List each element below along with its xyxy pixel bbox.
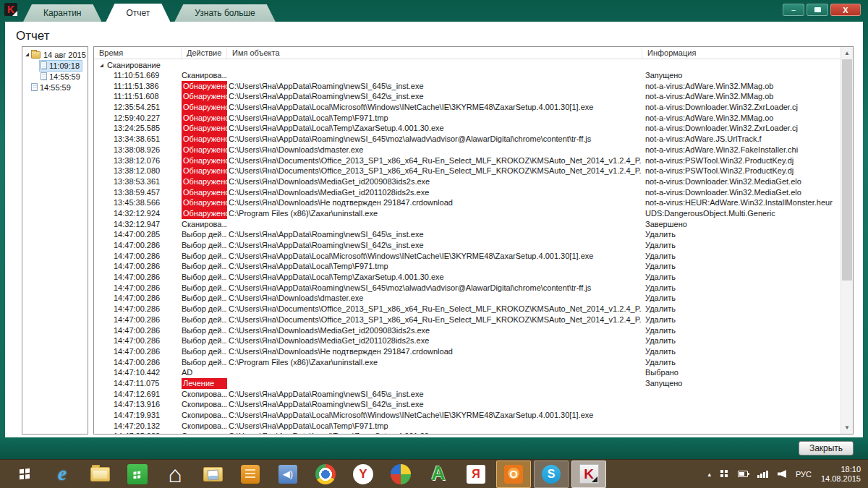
table-row[interactable]: 11:11:51.608 Обнаружено C:\Users\Яна\App… xyxy=(94,91,841,102)
language-indicator[interactable]: РУС xyxy=(796,470,812,479)
alawar-icon[interactable]: A xyxy=(421,461,456,488)
scroll-down-icon[interactable]: ▼ xyxy=(841,421,853,434)
table-row[interactable]: 14:32:12.947 Сканирова... Завершено xyxy=(94,219,841,230)
hidden-icons-arrow-icon[interactable]: ▴ xyxy=(707,471,711,478)
table-row[interactable]: 14:47:12.691 Скопирова... C:\Users\Яна\A… xyxy=(94,389,841,400)
row-info: Запущено xyxy=(642,70,841,81)
table-row[interactable]: 14:47:00.286 Выбор дей... C:\Users\Яна\A… xyxy=(94,240,841,251)
origin-icon[interactable]: O xyxy=(496,461,531,488)
action-center-icon[interactable] xyxy=(720,470,728,478)
table-row[interactable]: 14:47:00.286 Выбор дей... C:\Users\Яна\D… xyxy=(94,346,841,357)
store-icon[interactable] xyxy=(120,461,155,488)
tree-root-item[interactable]: 14 авг 2015 xyxy=(22,49,88,60)
table-row[interactable]: 14:47:13.916 Скопирова... C:\Users\Яна\A… xyxy=(94,399,841,410)
table-row[interactable]: 13:34:38.651 Обнаружено C:\Users\Яна\App… xyxy=(94,134,841,145)
column-header-object[interactable]: Имя объекта xyxy=(227,47,642,59)
scrollbar-thumb[interactable] xyxy=(842,59,852,281)
row-object-path: C:\Users\Яна\Downloads\dmaster.exe xyxy=(227,293,642,304)
document-icon xyxy=(41,61,47,69)
table-row[interactable]: 12:59:40.227 Обнаружено C:\Users\Яна\App… xyxy=(94,113,841,124)
network-signal-icon[interactable] xyxy=(757,470,768,478)
row-info: not-a-virus:AdWare.Win32.MMag.oo xyxy=(642,113,841,124)
table-row[interactable]: 14:47:00.286 Выбор дей... C:\Users\Яна\D… xyxy=(94,335,841,346)
sound-icon[interactable]: ◀) xyxy=(271,461,305,488)
start-icon[interactable] xyxy=(7,461,42,488)
volume-icon[interactable] xyxy=(778,470,786,478)
ball-icon[interactable] xyxy=(383,461,418,488)
notes-icon[interactable] xyxy=(233,461,268,488)
clock[interactable]: 18:10 14.08.2015 xyxy=(821,465,861,484)
tab-report[interactable]: Отчет xyxy=(106,4,170,22)
table-row[interactable]: 14:47:00.286 Выбор дей... C:\Users\Яна\D… xyxy=(94,325,841,336)
table-row[interactable]: 14:47:00.286 Выбор дей... C:\Users\Яна\D… xyxy=(94,314,841,325)
vertical-scrollbar[interactable]: ▲ ▼ xyxy=(841,47,853,434)
row-info: Удалить xyxy=(642,346,841,357)
pictures-icon[interactable] xyxy=(195,461,230,488)
tab-learn-more[interactable]: Узнать больше xyxy=(174,4,275,22)
tree-child-item[interactable]: 14:55:59 xyxy=(22,71,88,82)
skype-icon[interactable]: S xyxy=(534,461,569,488)
scroll-up-icon[interactable]: ▲ xyxy=(841,47,853,59)
table-row[interactable]: 11:11:51.386 Обнаружено C:\Users\Яна\App… xyxy=(94,81,841,92)
row-object-path: C:\Users\Яна\AppData\Local\Temp\F971.tmp xyxy=(227,113,642,124)
table-row[interactable]: 13:38:12.080 Обнаружено C:\Users\Яна\Doc… xyxy=(94,166,841,176)
table-row[interactable]: 14:47:00.285 Выбор дей... C:\Users\Яна\A… xyxy=(94,229,841,240)
table-row[interactable]: 13:24:25.585 Обнаружено C:\Users\Яна\App… xyxy=(94,123,841,134)
table-row[interactable]: 14:47:19.931 Скопирова... C:\Users\Яна\A… xyxy=(94,410,841,421)
row-time: 14:47:00.286 xyxy=(94,314,182,325)
close-window-button[interactable]: X xyxy=(830,4,861,16)
row-info: Удалить xyxy=(642,229,841,240)
column-header-time[interactable]: Время xyxy=(94,47,182,59)
group-row-scanning[interactable]: Сканирование xyxy=(94,60,841,70)
close-report-button[interactable]: Закрыть xyxy=(799,441,854,455)
maximize-icon xyxy=(814,7,821,12)
group-expander-icon[interactable] xyxy=(100,64,103,67)
row-object-path: C:\Users\Яна\Downloads\MediaGet_id201102… xyxy=(227,187,642,198)
row-object-path xyxy=(227,70,642,81)
column-header-action[interactable]: Действие xyxy=(182,47,227,59)
ya-icon[interactable]: Я xyxy=(459,461,493,488)
yandex-icon[interactable]: Y xyxy=(346,461,380,488)
table-row[interactable]: 13:38:59.457 Обнаружено C:\Users\Яна\Dow… xyxy=(94,187,841,198)
table-row[interactable]: 14:47:00.286 Выбор дей... C:\Users\Яна\D… xyxy=(94,304,841,314)
report-table: Время Действие Имя объекта Информация Ск… xyxy=(93,46,854,435)
ie-icon[interactable]: e xyxy=(45,461,80,488)
expander-icon[interactable] xyxy=(25,53,29,56)
explorer-icon[interactable] xyxy=(82,461,117,488)
table-row[interactable]: 14:47:00.286 Выбор дей... C:\Users\Яна\D… xyxy=(94,293,841,304)
table-row[interactable]: 13:45:38.566 Обнаружено C:\Users\Яна\Dow… xyxy=(94,197,841,208)
table-row[interactable]: 14:47:00.286 Выбор дей... C:\Users\Яна\A… xyxy=(94,272,841,283)
power-icon[interactable] xyxy=(738,471,748,477)
column-header-info[interactable]: Информация xyxy=(642,47,841,59)
table-row[interactable]: 14:47:25.988 Скопирова... C:\Users\Яна\A… xyxy=(94,431,841,434)
table-row[interactable]: 14:47:20.132 Скопирова... C:\Users\Яна\A… xyxy=(94,421,841,432)
tree-outer-label: 14:55:59 xyxy=(40,83,71,92)
table-row[interactable]: 13:38:08.926 Обнаружено C:\Users\Яна\Dow… xyxy=(94,145,841,155)
document-icon xyxy=(31,83,38,91)
table-row[interactable]: 14:47:00.286 Выбор дей... C:\Program Fil… xyxy=(94,357,841,368)
maximize-button[interactable] xyxy=(807,4,828,16)
minimize-button[interactable]: – xyxy=(783,4,804,16)
table-row[interactable]: 11:10:51.669 Сканирова... Запущено xyxy=(94,70,841,81)
table-row[interactable]: 14:47:11.075 Лечение Запущено xyxy=(94,378,841,389)
kaspersky-icon[interactable]: K xyxy=(571,461,606,488)
table-row[interactable]: 13:38:53.361 Обнаружено C:\Users\Яна\Dow… xyxy=(94,176,841,187)
chrome-icon[interactable] xyxy=(308,461,343,488)
table-row[interactable]: 12:35:54.251 Обнаружено C:\Users\Яна\App… xyxy=(94,102,841,113)
table-row[interactable]: 14:47:00.286 Выбор дей... C:\Users\Яна\A… xyxy=(94,261,841,272)
table-row[interactable]: 14:47:10.442 AD Выбрано xyxy=(94,367,841,378)
tree-outer-item[interactable]: 14:55:59 xyxy=(22,82,88,93)
table-row[interactable]: 14:47:00.286 Выбор дей... C:\Users\Яна\A… xyxy=(94,283,841,294)
row-object-path: C:\Users\Яна\AppData\Local\Microsoft\Win… xyxy=(227,102,642,113)
table-row[interactable]: 14:47:00.286 Выбор дей... C:\Users\Яна\A… xyxy=(94,251,841,262)
row-info xyxy=(642,399,841,410)
folder-icon xyxy=(31,51,41,59)
row-info: not-a-virus:AdWare.Win32.MMag.ob xyxy=(642,81,841,92)
tree-child-item[interactable]: 11:09:18 xyxy=(22,60,88,71)
table-row[interactable]: 13:38:12.076 Обнаружено C:\Users\Яна\Doc… xyxy=(94,155,841,166)
table-row[interactable]: 14:32:12.924 Обнаружено C:\Program Files… xyxy=(94,208,841,219)
row-object-path: C:\Users\Яна\Downloads\MediaGet_id200908… xyxy=(227,325,642,336)
tab-quarantine[interactable]: Карантин xyxy=(23,4,101,22)
titlebar: K Карантин Отчет Узнать больше – X xyxy=(0,0,868,22)
home-icon[interactable]: ⌂ xyxy=(158,461,192,488)
